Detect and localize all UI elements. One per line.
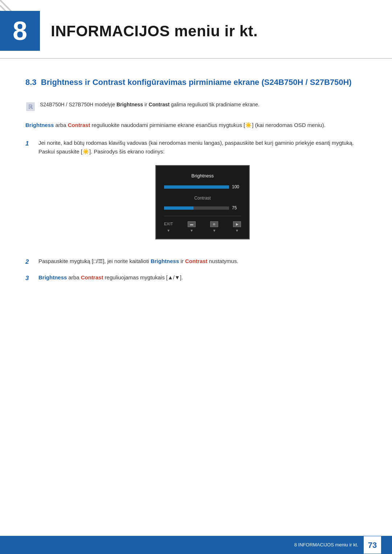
step-1-text: Jei norite, kad būtų rodomas klavišų vad… — [38, 139, 367, 250]
osd-btn-3-icon: ▶ — [236, 222, 238, 227]
osd-btn-2-icon: ⊕ — [213, 222, 216, 227]
osd-exit-arrow: ▼ — [164, 228, 173, 234]
chapter-number: 8 — [13, 11, 27, 50]
step-3-number: 3 — [25, 273, 32, 283]
chapter-header: 8 INFORMACIJOS meniu ir kt. — [0, 0, 392, 59]
intro-contrast: Contrast — [68, 122, 90, 128]
osd-btn-2-group: ⊕ ▼ — [210, 219, 218, 234]
osd-btn-1-arrow: ▼ — [188, 228, 196, 234]
osd-exit-label: EXIT — [164, 222, 173, 226]
intro-brightness: Brightness — [25, 122, 54, 128]
osd-btn-2: ⊕ — [210, 221, 218, 227]
osd-contrast-value: 75 — [232, 205, 241, 212]
osd-btn-3: ▶ — [233, 221, 241, 227]
chapter-number-box: 8 — [0, 11, 40, 51]
step-3-brightness: Brightness — [38, 274, 67, 280]
step-2: 2 Paspauskite mygtuką [□/☰], jei norite … — [25, 257, 367, 267]
footer-page-number: 73 — [364, 536, 381, 554]
osd-screen: Brightness 100 Contrast — [155, 165, 250, 239]
step-3: 3 Brightness arba Contrast reguliuojamas… — [25, 273, 367, 283]
osd-btn-1: ▬ — [188, 221, 196, 227]
main-content: 8.3 Brightness ir Contrast konfigūravima… — [0, 77, 392, 320]
step-3-text: Brightness arba Contrast reguliuojamas m… — [38, 273, 183, 282]
chapter-title: INFORMACIJOS meniu ir kt. — [51, 20, 258, 42]
step-1: 1 Jei norite, kad būtų rodomas klavišų v… — [25, 139, 367, 250]
osd-container: Brightness 100 Contrast — [38, 165, 367, 239]
osd-brightness-value: 100 — [232, 184, 241, 190]
step-2-contrast: Contrast — [185, 258, 208, 264]
steps-list: 1 Jei norite, kad būtų rodomas klavišų v… — [25, 139, 367, 283]
osd-brightness-title: Brightness — [164, 172, 241, 180]
footer-text: 8 INFORMACIJOS meniu ir kt. — [294, 541, 358, 549]
page-footer: 8 INFORMACIJOS meniu ir kt. 73 — [0, 536, 392, 554]
note-icon: ℝ — [25, 102, 36, 112]
osd-btn-1-icon: ▬ — [190, 222, 193, 227]
section-heading: 8.3 Brightness ir Contrast konfigūravima… — [25, 77, 367, 88]
osd-footer: EXIT ▼ ▬ ▼ ⊕ — [164, 216, 241, 234]
note-brightness-bold: Brightness — [117, 102, 143, 107]
osd-btn-1-group: ▬ ▼ — [188, 219, 196, 234]
section-heading-text: Brightness ir Contrast konfigūravimas pi… — [41, 78, 352, 87]
note-contrast-bold: Contrast — [149, 102, 170, 107]
step-2-text: Paspauskite mygtuką [□/☰], jei norite ka… — [38, 257, 238, 266]
step-3-contrast: Contrast — [81, 274, 103, 280]
step-2-brightness: Brightness — [151, 258, 179, 264]
osd-contrast-fill — [164, 206, 193, 210]
step-2-number: 2 — [25, 257, 32, 267]
osd-btn-3-arrow: ▼ — [233, 228, 241, 234]
osd-contrast-subtitle: Contrast — [164, 195, 241, 202]
note-text: S24B750H / S27B750H modelyje Brightness … — [40, 101, 260, 108]
osd-contrast-bar-bg — [164, 206, 229, 210]
note-box: ℝ S24B750H / S27B750H modelyje Brightnes… — [25, 101, 367, 112]
osd-exit-group: EXIT ▼ — [164, 219, 173, 234]
osd-brightness-fill — [164, 185, 229, 189]
osd-btn-3-group: ▶ ▼ — [233, 219, 241, 234]
osd-btn-2-arrow: ▼ — [210, 228, 218, 234]
osd-contrast-bar-row: 75 — [164, 205, 241, 212]
svg-text:ℝ: ℝ — [28, 104, 33, 110]
osd-brightness-bar-bg — [164, 185, 229, 189]
section-number: 8.3 — [25, 78, 37, 87]
intro-text: Brightness arba Contrast reguliuokite na… — [25, 121, 367, 130]
step-1-number: 1 — [25, 139, 32, 148]
osd-brightness-bar-row: 100 — [164, 184, 241, 190]
